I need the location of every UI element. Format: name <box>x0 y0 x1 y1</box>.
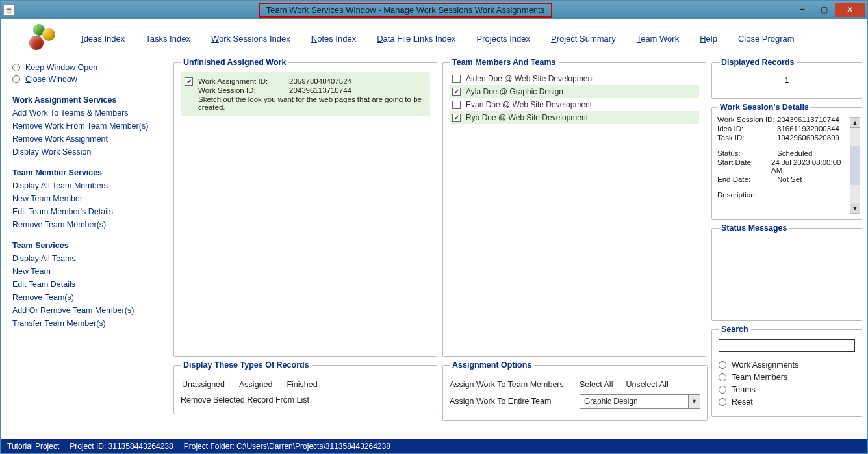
details-scrollbar[interactable]: ▲ ▼ <box>850 117 860 214</box>
menu-ideas-index[interactable]: Ideas Index <box>81 34 125 44</box>
menu-help[interactable]: Help <box>700 34 717 44</box>
member-checkbox[interactable] <box>452 88 461 96</box>
wa-id-label: Work Assignment ID: <box>198 77 283 85</box>
content-area: Keep Window Open Close Window Work Assig… <box>1 58 867 439</box>
status-project-id: Project ID: 311358443264238 <box>70 442 173 451</box>
maximize-button[interactable]: ▢ <box>813 3 835 17</box>
assignment-options-legend: Assignment Options <box>450 360 534 370</box>
display-types-panel: Display These Types Of Records Unassigne… <box>173 360 437 414</box>
radio-icon <box>719 373 726 381</box>
displayed-records-value: 1 <box>719 72 855 92</box>
close-window-radio[interactable]: Close Window <box>12 75 168 84</box>
link-remove-teams[interactable]: Remove Team(s) <box>12 293 168 302</box>
section-team-services: Team Services <box>12 241 168 250</box>
member-row[interactable]: Evan Doe @ Web Site Development <box>450 98 699 111</box>
java-icon: ☕ <box>3 4 15 16</box>
filter-unassigned[interactable]: Unassigned <box>182 380 225 389</box>
member-label: Aiden Doe @ Web Site Development <box>466 74 594 83</box>
link-add-work-to-teams[interactable]: Add Work To Teams & Members <box>12 108 168 118</box>
radio-icon <box>719 361 726 369</box>
work-session-details-panel: Work Session's Details Work Session ID:2… <box>711 103 862 220</box>
filter-finished[interactable]: Finished <box>287 380 317 389</box>
link-display-all-teams[interactable]: Display All Teams <box>12 254 168 263</box>
menu-notes-index[interactable]: Notes Index <box>311 34 356 44</box>
link-remove-team-member[interactable]: Remove Team Member(s) <box>12 220 168 229</box>
menu-work-sessions-index[interactable]: Work Sessions Index <box>211 34 290 44</box>
search-panel: Search Work AssignmentsTeam MembersTeams… <box>711 325 862 417</box>
search-input[interactable] <box>719 339 855 352</box>
team-members-panel: Team Members And Teams Aiden Doe @ Web S… <box>442 58 706 357</box>
link-new-team-member[interactable]: New Team Member <box>12 194 168 203</box>
link-transfer-members[interactable]: Transfer Team Member(s) <box>12 319 168 328</box>
member-row[interactable]: Aiden Doe @ Web Site Development <box>450 72 699 85</box>
close-button[interactable]: ✕ <box>835 3 865 17</box>
search-option[interactable]: Teams <box>719 385 855 394</box>
member-row[interactable]: Rya Doe @ Web Site Development <box>450 111 699 124</box>
team-select-combo[interactable]: Graphic Design ▼ <box>580 394 700 409</box>
minimize-button[interactable]: ━ <box>791 3 813 17</box>
titlebar: ☕ Team Work Services Window - Manage Wor… <box>1 1 867 19</box>
ws-id-label: Work Session ID: <box>198 86 283 94</box>
unselect-all[interactable]: Unselect All <box>626 380 668 389</box>
status-project-name: Tutorial Project <box>7 442 59 451</box>
search-option[interactable]: Team Members <box>719 373 855 382</box>
displayed-records-legend: Displayed Records <box>719 58 797 67</box>
window-title: Team Work Services Window - Manage Work … <box>259 3 552 18</box>
link-add-remove-members[interactable]: Add Or Remove Team Member(s) <box>12 306 168 315</box>
section-team-member-services: Team Member Services <box>12 168 168 177</box>
link-edit-team-details[interactable]: Edit Team Details <box>12 280 168 289</box>
search-option[interactable]: Work Assignments <box>719 360 855 370</box>
status-project-folder: Project Folder: C:\Users\Darren\Projects… <box>184 442 390 451</box>
assign-work-to-team[interactable]: Assign Work To Entire Team <box>450 397 567 406</box>
details-legend: Work Session's Details <box>717 103 811 112</box>
link-display-work-session[interactable]: Display Work Session <box>12 147 168 157</box>
search-option[interactable]: Reset <box>719 397 855 407</box>
assign-work-to-members[interactable]: Assign Work To Team Members <box>450 380 567 389</box>
work-item-checkbox[interactable] <box>185 77 193 86</box>
main-panels: Unfinished Assigned Work Work Assignment… <box>173 58 862 436</box>
member-checkbox[interactable] <box>452 114 461 122</box>
team-members-legend: Team Members And Teams <box>450 58 559 67</box>
scroll-thumb[interactable] <box>850 146 860 185</box>
display-types-legend: Display These Types Of Records <box>181 360 312 370</box>
link-edit-member-details[interactable]: Edit Team Member's Details <box>12 207 168 216</box>
assignment-options-panel: Assignment Options Assign Work To Team M… <box>442 360 708 421</box>
status-messages-legend: Status Messages <box>719 223 789 233</box>
radio-icon <box>719 398 726 406</box>
link-display-all-members[interactable]: Display All Team Members <box>12 181 168 190</box>
work-assignment-item[interactable]: Work Assignment ID:205978048407524 Work … <box>181 72 430 116</box>
menu-close-program[interactable]: Close Program <box>738 34 795 44</box>
scroll-down-icon[interactable]: ▼ <box>850 203 860 213</box>
unfinished-legend: Unfinished Assigned Work <box>181 58 288 67</box>
member-label: Evan Doe @ Web Site Development <box>466 100 592 109</box>
status-messages-panel: Status Messages <box>711 223 862 321</box>
filter-assigned[interactable]: Assigned <box>239 380 272 389</box>
member-label: Rya Doe @ Web Site Development <box>466 113 588 122</box>
search-legend: Search <box>719 325 751 334</box>
link-remove-work-from-member[interactable]: Remove Work From Team Member(s) <box>12 121 168 131</box>
menu-tasks-index[interactable]: Tasks Index <box>146 34 190 44</box>
select-all[interactable]: Select All <box>580 380 613 389</box>
member-checkbox[interactable] <box>452 101 461 109</box>
work-item-desc: Sketch out the look you want for the web… <box>198 95 426 111</box>
member-checkbox[interactable] <box>452 75 461 83</box>
section-work-assignment-services: Work Assignment Services <box>12 95 168 105</box>
scroll-up-icon[interactable]: ▲ <box>850 118 860 128</box>
menu-projects-index[interactable]: Projects Index <box>477 34 530 44</box>
menu-team-work[interactable]: Team Work <box>637 34 680 44</box>
member-row[interactable]: Ayla Doe @ Graphic Design <box>450 85 699 98</box>
app-logo <box>27 24 55 53</box>
unfinished-assigned-work-panel: Unfinished Assigned Work Work Assignment… <box>173 58 437 357</box>
radio-icon <box>719 386 726 394</box>
link-new-team[interactable]: New Team <box>12 267 168 276</box>
remove-selected-record[interactable]: Remove Selected Record From List <box>181 396 309 405</box>
ws-id-value: 204396113710744 <box>289 86 351 94</box>
displayed-records-panel: Displayed Records 1 <box>711 58 862 99</box>
chevron-down-icon[interactable]: ▼ <box>688 395 700 408</box>
menu-data-file-links-index[interactable]: Data File Links Index <box>377 34 455 44</box>
member-label: Ayla Doe @ Graphic Design <box>466 87 563 96</box>
menu-project-summary[interactable]: Project Summary <box>551 34 616 44</box>
link-remove-work-assignment[interactable]: Remove Work Assignment <box>12 134 168 144</box>
keep-window-open-radio[interactable]: Keep Window Open <box>12 63 168 72</box>
statusbar: Tutorial Project Project ID: 31135844326… <box>1 439 867 453</box>
